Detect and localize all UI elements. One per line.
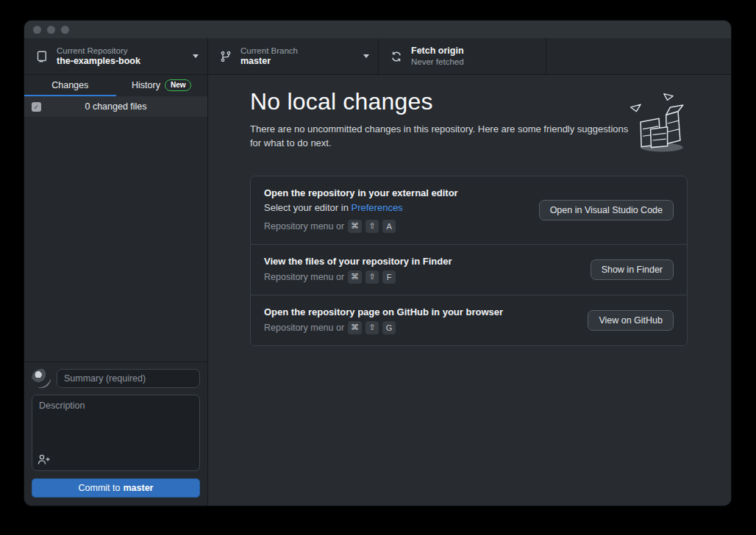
suggestion-open-editor: Open the repository in your external edi… bbox=[251, 176, 687, 244]
suggestion-shortcut: Repository menu or ⌘ ⇧ G bbox=[264, 321, 576, 334]
suggestion-text: Open the repository in your external edi… bbox=[264, 187, 527, 233]
open-in-editor-button[interactable]: Open in Visual Studio Code bbox=[539, 200, 674, 220]
key-command-icon: ⌘ bbox=[348, 270, 362, 284]
shortcut-prefix: Repository menu or bbox=[264, 323, 344, 333]
new-badge: New bbox=[165, 79, 192, 91]
shortcut-prefix: Repository menu or bbox=[264, 272, 344, 282]
current-branch-dropdown[interactable]: Current Branch master bbox=[208, 38, 379, 74]
repository-label: Current Repository bbox=[57, 46, 140, 56]
fetch-origin-button[interactable]: Fetch origin Never fetched bbox=[379, 38, 546, 74]
shortcut-prefix: Repository menu or bbox=[264, 221, 344, 231]
commit-button[interactable]: Commit to master bbox=[32, 478, 200, 498]
repo-icon bbox=[36, 51, 48, 62]
toolbar-spacer bbox=[546, 38, 731, 74]
suggestion-text: Open the repository page on GitHub in yo… bbox=[264, 306, 576, 334]
repository-name: the-examples-book bbox=[57, 56, 140, 68]
key-letter: A bbox=[382, 220, 396, 233]
branch-text: Current Branch master bbox=[240, 46, 298, 68]
summary-input[interactable] bbox=[57, 369, 200, 388]
suggestion-text: View the files of your repository in Fin… bbox=[264, 256, 579, 284]
fetch-label: Fetch origin bbox=[411, 46, 464, 57]
close-button[interactable] bbox=[33, 26, 41, 34]
key-shift-icon: ⇧ bbox=[365, 270, 379, 284]
description-wrap bbox=[32, 395, 200, 471]
suggestion-view-github: Open the repository page on GitHub in yo… bbox=[251, 295, 687, 345]
fetch-text: Fetch origin Never fetched bbox=[411, 46, 464, 68]
sidebar: Changes History New ✓ 0 changed files bbox=[24, 75, 208, 506]
chevron-down-icon bbox=[193, 54, 199, 58]
key-shift-icon: ⇧ bbox=[365, 220, 379, 233]
key-shift-icon: ⇧ bbox=[365, 321, 379, 334]
changed-files-list[interactable] bbox=[24, 117, 207, 362]
chevron-down-icon bbox=[363, 54, 369, 58]
app-window: Current Repository the-examples-book Cur… bbox=[24, 21, 731, 506]
current-repository-dropdown[interactable]: Current Repository the-examples-book bbox=[24, 38, 208, 74]
select-all-checkbox[interactable]: ✓ bbox=[32, 102, 41, 112]
add-coauthor-icon[interactable] bbox=[38, 453, 51, 465]
key-letter: G bbox=[382, 321, 396, 334]
line2-prefix: Select your editor in bbox=[264, 202, 352, 213]
description-input[interactable] bbox=[32, 395, 200, 471]
branch-name: master bbox=[240, 56, 298, 68]
branch-label: Current Branch bbox=[240, 46, 298, 56]
commit-button-branch: master bbox=[123, 483, 153, 493]
show-in-finder-button[interactable]: Show in Finder bbox=[591, 259, 674, 280]
git-branch-icon bbox=[220, 51, 232, 62]
sync-icon bbox=[391, 51, 402, 62]
key-command-icon: ⌘ bbox=[348, 321, 362, 334]
suggestion-shortcut: Repository menu or ⌘ ⇧ F bbox=[264, 270, 579, 284]
zoom-button[interactable] bbox=[61, 26, 69, 34]
summary-row bbox=[32, 369, 200, 388]
commit-button-text: Commit to bbox=[79, 483, 121, 493]
suggestion-title: View the files of your repository in Fin… bbox=[264, 256, 579, 267]
main-content: No local changes There are no uncommitte… bbox=[208, 75, 731, 506]
minimize-button[interactable] bbox=[47, 26, 55, 34]
suggestion-show-finder: View the files of your repository in Fin… bbox=[251, 244, 687, 295]
suggestion-title: Open the repository page on GitHub in yo… bbox=[264, 306, 576, 317]
preferences-link[interactable]: Preferences bbox=[352, 202, 403, 213]
suggestion-shortcut: Repository menu or ⌘ ⇧ A bbox=[264, 220, 527, 233]
changed-files-count: 0 changed files bbox=[24, 101, 207, 112]
suggestions-card: Open the repository in your external edi… bbox=[250, 176, 688, 346]
titlebar bbox=[24, 21, 731, 38]
tab-history[interactable]: History New bbox=[116, 75, 208, 96]
fetch-status: Never fetched bbox=[411, 57, 464, 67]
tab-changes[interactable]: Changes bbox=[24, 75, 116, 96]
paper-stack-illustration bbox=[625, 88, 696, 159]
tab-changes-label: Changes bbox=[51, 80, 88, 90]
changed-files-header: ✓ 0 changed files bbox=[24, 96, 207, 117]
view-on-github-button[interactable]: View on GitHub bbox=[588, 310, 674, 331]
suggestion-title: Open the repository in your external edi… bbox=[264, 187, 527, 198]
app-body: Changes History New ✓ 0 changed files bbox=[24, 75, 731, 506]
toolbar: Current Repository the-examples-book Cur… bbox=[24, 38, 731, 75]
page-subtitle: There are no uncommitted changes in this… bbox=[250, 123, 632, 151]
commit-form: Commit to master bbox=[24, 362, 207, 506]
avatar bbox=[32, 369, 51, 388]
sidebar-tabs: Changes History New bbox=[24, 75, 207, 96]
key-command-icon: ⌘ bbox=[348, 220, 362, 233]
key-letter: F bbox=[382, 270, 396, 284]
repository-text: Current Repository the-examples-book bbox=[57, 46, 140, 68]
suggestion-line2: Select your editor in Preferences bbox=[264, 202, 527, 213]
tab-history-label: History bbox=[132, 80, 160, 90]
